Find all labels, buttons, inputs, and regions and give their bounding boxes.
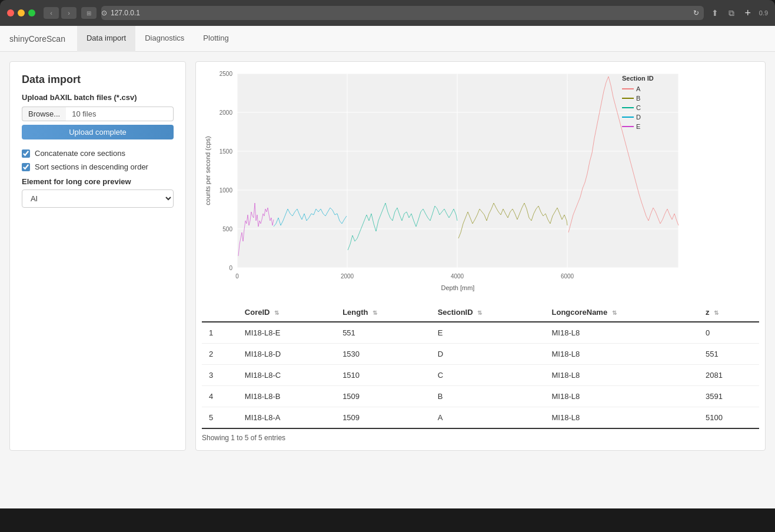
cell-rownum: 2 bbox=[202, 344, 238, 365]
cell-longcorename: MI18-L8 bbox=[545, 386, 699, 407]
svg-text:Depth [mm]: Depth [mm] bbox=[441, 284, 475, 291]
cell-sectionid: A bbox=[431, 407, 545, 429]
svg-text:2000: 2000 bbox=[219, 109, 233, 116]
tab-plotting[interactable]: Plotting bbox=[194, 26, 238, 52]
sort-z-icon[interactable]: ⇅ bbox=[714, 310, 719, 316]
cell-length: 551 bbox=[335, 322, 431, 344]
chart-container: 0 500 1000 1500 2000 2500 0 2000 4000 60… bbox=[202, 68, 759, 297]
upload-label: Upload bAXIL batch files (*.csv) bbox=[22, 93, 174, 102]
sort-sectionid-icon[interactable]: ⇅ bbox=[477, 310, 482, 316]
sort-checkbox[interactable] bbox=[22, 163, 30, 171]
cell-longcorename: MI18-L8 bbox=[545, 365, 699, 386]
table-row: 2 MI18-L8-D 1530 D MI18-L8 551 bbox=[202, 344, 759, 365]
cell-rownum: 5 bbox=[202, 407, 238, 429]
sort-coreid-icon[interactable]: ⇅ bbox=[274, 310, 279, 316]
sort-length-icon[interactable]: ⇅ bbox=[372, 310, 377, 316]
table-footer: Showing 1 to 5 of 5 entries bbox=[202, 429, 759, 444]
cell-longcorename: MI18-L8 bbox=[545, 407, 699, 429]
cell-z: 5100 bbox=[699, 407, 759, 429]
svg-text:0: 0 bbox=[235, 273, 239, 280]
back-button[interactable]: ‹ bbox=[44, 7, 59, 19]
cell-z: 3591 bbox=[699, 386, 759, 407]
sidebar-panel: Data import Upload bAXIL batch files (*.… bbox=[9, 61, 186, 451]
cell-longcorename: MI18-L8 bbox=[545, 322, 699, 344]
sort-label: Sort sections in descending order bbox=[35, 162, 148, 171]
svg-text:Section ID: Section ID bbox=[622, 75, 654, 82]
browse-button[interactable]: Browse... bbox=[22, 107, 66, 121]
panel-title: Data import bbox=[22, 74, 174, 86]
element-select[interactable]: Al Si K Ca Ti Fe Mn S bbox=[22, 189, 174, 208]
concat-checkbox[interactable] bbox=[22, 149, 30, 158]
table-header-row: CoreID ⇅ Length ⇅ SectionID ⇅ Longcore bbox=[202, 303, 759, 322]
version-label: 0.9 bbox=[759, 9, 768, 16]
data-table: CoreID ⇅ Length ⇅ SectionID ⇅ Longcore bbox=[202, 303, 759, 429]
table-body: 1 MI18-L8-E 551 E MI18-L8 0 2 MI18-L8-D … bbox=[202, 322, 759, 428]
minimize-button[interactable] bbox=[18, 9, 25, 16]
upload-row: Browse... 10 files bbox=[22, 107, 174, 121]
app-nav: shinyCoreScan Data import Diagnostics Pl… bbox=[0, 26, 775, 52]
cell-length: 1509 bbox=[335, 386, 431, 407]
table-row: 3 MI18-L8-C 1510 C MI18-L8 2081 bbox=[202, 365, 759, 386]
svg-text:C: C bbox=[636, 104, 641, 111]
svg-text:E: E bbox=[636, 123, 640, 130]
cell-z: 551 bbox=[699, 344, 759, 365]
sort-longcorename-icon[interactable]: ⇅ bbox=[612, 310, 617, 316]
svg-text:D: D bbox=[636, 114, 641, 121]
cell-coreid: MI18-L8-D bbox=[238, 344, 335, 365]
cell-coreid: MI18-L8-C bbox=[238, 365, 335, 386]
cell-coreid: MI18-L8-B bbox=[238, 386, 335, 407]
svg-text:2000: 2000 bbox=[341, 273, 354, 280]
cell-sectionid: E bbox=[431, 322, 545, 344]
table-row: 4 MI18-L8-B 1509 B MI18-L8 3591 bbox=[202, 386, 759, 407]
element-label: Element for long core preview bbox=[22, 177, 174, 186]
cell-rownum: 4 bbox=[202, 386, 238, 407]
svg-text:0: 0 bbox=[229, 265, 232, 271]
svg-text:1000: 1000 bbox=[219, 187, 233, 194]
table-row: 5 MI18-L8-A 1509 A MI18-L8 5100 bbox=[202, 407, 759, 429]
new-tab-button[interactable]: + bbox=[741, 6, 754, 19]
tab-data-import[interactable]: Data import bbox=[77, 26, 135, 52]
reload-icon: ↻ bbox=[693, 9, 699, 17]
svg-text:4000: 4000 bbox=[451, 273, 464, 280]
cell-length: 1530 bbox=[335, 344, 431, 365]
file-info: 10 files bbox=[66, 107, 174, 121]
table-row: 1 MI18-L8-E 551 E MI18-L8 0 bbox=[202, 322, 759, 344]
svg-text:1500: 1500 bbox=[219, 148, 233, 155]
cell-z: 2081 bbox=[699, 365, 759, 386]
address-bar[interactable]: ⊙ 127.0.0.1 ↻ bbox=[101, 6, 704, 20]
col-longcorename[interactable]: LongcoreName ⇅ bbox=[545, 303, 699, 322]
svg-text:B: B bbox=[636, 95, 640, 102]
forward-button[interactable]: › bbox=[61, 7, 76, 19]
close-button[interactable] bbox=[7, 9, 14, 16]
url-text: 127.0.0.1 bbox=[111, 9, 140, 17]
col-rownum bbox=[202, 303, 238, 322]
tab-diagnostics[interactable]: Diagnostics bbox=[135, 26, 194, 52]
fullscreen-button[interactable]: ⧉ bbox=[725, 6, 738, 19]
app-window: shinyCoreScan Data import Diagnostics Pl… bbox=[0, 26, 775, 508]
concat-label: Concatenate core sections bbox=[35, 149, 125, 158]
svg-text:6000: 6000 bbox=[561, 273, 574, 280]
cell-z: 0 bbox=[699, 322, 759, 344]
svg-text:A: A bbox=[636, 85, 641, 92]
cell-rownum: 3 bbox=[202, 365, 238, 386]
cell-sectionid: D bbox=[431, 344, 545, 365]
main-chart: 0 500 1000 1500 2000 2500 0 2000 4000 60… bbox=[202, 68, 708, 297]
svg-text:counts per second (cps): counts per second (cps) bbox=[204, 136, 211, 205]
col-length[interactable]: Length ⇅ bbox=[335, 303, 431, 322]
maximize-button[interactable] bbox=[28, 9, 35, 16]
cell-sectionid: B bbox=[431, 386, 545, 407]
cell-coreid: MI18-L8-A bbox=[238, 407, 335, 429]
share-button[interactable]: ⬆ bbox=[709, 6, 721, 19]
tab-view-button[interactable]: ⊞ bbox=[81, 7, 97, 19]
app-brand: shinyCoreScan bbox=[9, 34, 65, 44]
cell-sectionid: C bbox=[431, 365, 545, 386]
col-z[interactable]: z ⇅ bbox=[699, 303, 759, 322]
lock-icon: ⊙ bbox=[101, 9, 107, 17]
col-sectionid[interactable]: SectionID ⇅ bbox=[431, 303, 545, 322]
sort-row: Sort sections in descending order bbox=[22, 162, 174, 171]
concat-row: Concatenate core sections bbox=[22, 149, 174, 158]
chart-area: 0 500 1000 1500 2000 2500 0 2000 4000 60… bbox=[195, 61, 766, 451]
col-coreid[interactable]: CoreID ⇅ bbox=[238, 303, 335, 322]
cell-length: 1510 bbox=[335, 365, 431, 386]
traffic-lights bbox=[7, 9, 35, 16]
